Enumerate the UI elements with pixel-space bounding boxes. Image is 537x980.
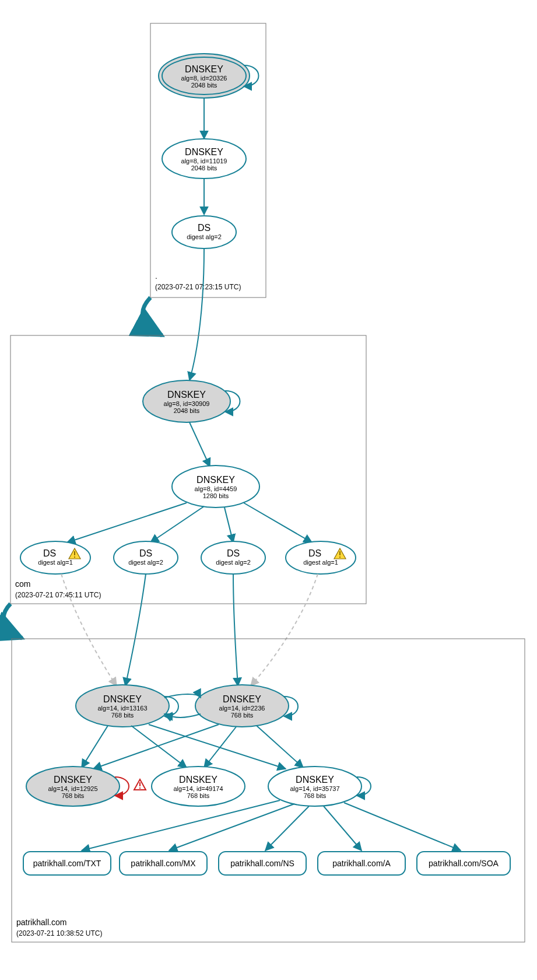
svg-text:2048 bits: 2048 bits	[191, 82, 217, 89]
svg-text:DNSKEY: DNSKEY	[179, 775, 217, 785]
svg-text:DNSKEY: DNSKEY	[185, 64, 223, 74]
zone-leaf-timestamp: (2023-07-21 10:38:52 UTC)	[16, 929, 102, 937]
dnssec-graph: . (2023-07-21 07:23:15 UTC) DNSKEY alg=8…	[0, 0, 537, 980]
svg-text:DNSKEY: DNSKEY	[167, 390, 206, 400]
svg-text:patrikhall.com/TXT: patrikhall.com/TXT	[33, 859, 101, 868]
svg-text:DNSKEY: DNSKEY	[103, 694, 142, 704]
svg-text:DS: DS	[139, 548, 152, 558]
svg-text:patrikhall.com/NS: patrikhall.com/NS	[230, 859, 294, 868]
svg-text:alg=8, id=20326: alg=8, id=20326	[181, 75, 227, 82]
svg-rect-37	[339, 556, 341, 558]
rrset-a: patrikhall.com/A	[318, 852, 405, 875]
zone-com-label: com	[15, 579, 30, 589]
node-com-ds2: DS digest alg=2	[114, 541, 178, 574]
edge	[204, 727, 236, 768]
edge	[233, 574, 238, 686]
node-com-ksk: DNSKEY alg=8, id=30909 2048 bits	[143, 380, 240, 422]
svg-text:patrikhall.com/SOA: patrikhall.com/SOA	[429, 859, 499, 868]
edge	[164, 714, 201, 718]
svg-text:DNSKEY: DNSKEY	[223, 694, 261, 704]
svg-rect-25	[74, 551, 75, 555]
edge	[93, 724, 219, 769]
node-root-ds: DS digest alg=2	[172, 216, 236, 249]
edge	[244, 503, 312, 542]
rrset-soa: patrikhall.com/SOA	[417, 852, 510, 875]
edge	[189, 422, 210, 467]
edge	[67, 503, 187, 542]
svg-text:768 bits: 768 bits	[231, 712, 254, 719]
svg-text:alg=8, id=4459: alg=8, id=4459	[195, 485, 237, 492]
zone-com-timestamp: (2023-07-21 07:45:11 UTC)	[15, 591, 101, 599]
svg-text:digest alg=1: digest alg=1	[38, 559, 73, 566]
svg-text:digest alg=2: digest alg=2	[187, 233, 222, 240]
svg-text:patrikhall.com/A: patrikhall.com/A	[332, 859, 391, 868]
edge	[82, 800, 280, 850]
svg-rect-52	[139, 788, 141, 789]
edge	[125, 574, 146, 686]
rrset-txt: patrikhall.com/TXT	[23, 852, 111, 875]
svg-text:alg=14, id=49174: alg=14, id=49174	[173, 785, 223, 792]
edge	[131, 726, 187, 768]
svg-text:digest alg=2: digest alg=2	[216, 559, 251, 566]
node-leaf-k5: DNSKEY alg=14, id=35737 768 bits	[268, 766, 371, 806]
svg-text:DS: DS	[308, 548, 321, 558]
rrset-mx: patrikhall.com/MX	[120, 852, 207, 875]
svg-rect-51	[139, 782, 141, 786]
edge	[324, 806, 361, 850]
edge	[189, 249, 204, 380]
svg-text:patrikhall.com/MX: patrikhall.com/MX	[131, 859, 196, 868]
node-com-ds4: DS digest alg=1	[286, 541, 356, 574]
node-leaf-k3: DNSKEY alg=14, id=12925 768 bits	[26, 766, 146, 806]
svg-text:DNSKEY: DNSKEY	[196, 475, 235, 485]
zone-com: com (2023-07-21 07:45:11 UTC) DNSKEY alg…	[10, 335, 366, 604]
zone-leaf: patrikhall.com (2023-07-21 10:38:52 UTC)…	[12, 639, 525, 942]
edge	[224, 508, 233, 542]
svg-text:768 bits: 768 bits	[304, 792, 327, 799]
svg-text:768 bits: 768 bits	[187, 792, 210, 799]
node-root-zsk: DNSKEY alg=8, id=11019 2048 bits	[162, 139, 246, 178]
svg-text:768 bits: 768 bits	[111, 712, 134, 719]
node-leaf-ksk1: DNSKEY alg=14, id=13163 768 bits	[76, 685, 178, 727]
node-com-zsk: DNSKEY alg=8, id=4459 1280 bits	[172, 466, 259, 508]
zone-root-timestamp: (2023-07-21 07:23:15 UTC)	[155, 283, 241, 291]
rrset-ns: patrikhall.com/NS	[219, 852, 306, 875]
zone-leaf-label: patrikhall.com	[16, 918, 66, 927]
svg-text:alg=8, id=30909: alg=8, id=30909	[164, 400, 210, 407]
error-icon	[134, 779, 146, 790]
node-root-ksk: DNSKEY alg=8, id=20326 2048 bits	[159, 54, 259, 98]
edge	[169, 804, 294, 850]
zone-delegation-arrow-icon	[3, 604, 22, 638]
svg-text:DNSKEY: DNSKEY	[185, 147, 223, 157]
svg-text:1280 bits: 1280 bits	[203, 492, 229, 499]
svg-text:DNSKEY: DNSKEY	[54, 775, 92, 785]
svg-text:alg=8, id=11019: alg=8, id=11019	[181, 158, 227, 164]
svg-text:alg=14, id=12925: alg=14, id=12925	[48, 785, 97, 792]
svg-text:DS: DS	[227, 548, 240, 558]
svg-text:alg=14, id=13163: alg=14, id=13163	[97, 705, 147, 712]
svg-rect-26	[74, 556, 75, 558]
svg-text:768 bits: 768 bits	[62, 792, 85, 799]
svg-text:alg=14, id=2236: alg=14, id=2236	[219, 705, 265, 712]
node-com-ds1: DS digest alg=1	[20, 541, 90, 574]
svg-text:alg=14, id=35737: alg=14, id=35737	[290, 785, 339, 792]
svg-text:digest alg=2: digest alg=2	[128, 559, 163, 566]
svg-rect-36	[339, 551, 341, 555]
node-com-ds3: DS digest alg=2	[201, 541, 265, 574]
zone-root: . (2023-07-21 07:23:15 UTC) DNSKEY alg=8…	[150, 23, 266, 298]
svg-text:DS: DS	[198, 223, 210, 233]
zone-delegation-arrow-icon	[143, 298, 162, 335]
svg-text:2048 bits: 2048 bits	[174, 407, 200, 414]
zone-root-label: .	[155, 271, 157, 281]
svg-text:DNSKEY: DNSKEY	[296, 775, 334, 785]
edge	[82, 726, 108, 768]
svg-text:DS: DS	[43, 548, 56, 558]
svg-text:digest alg=1: digest alg=1	[303, 559, 338, 566]
edge	[149, 724, 286, 769]
edge-dashed	[251, 574, 318, 686]
node-leaf-k4: DNSKEY alg=14, id=49174 768 bits	[152, 766, 245, 806]
svg-text:2048 bits: 2048 bits	[191, 164, 217, 172]
node-leaf-ksk2: DNSKEY alg=14, id=2236 768 bits	[195, 685, 298, 727]
edge	[344, 803, 461, 850]
